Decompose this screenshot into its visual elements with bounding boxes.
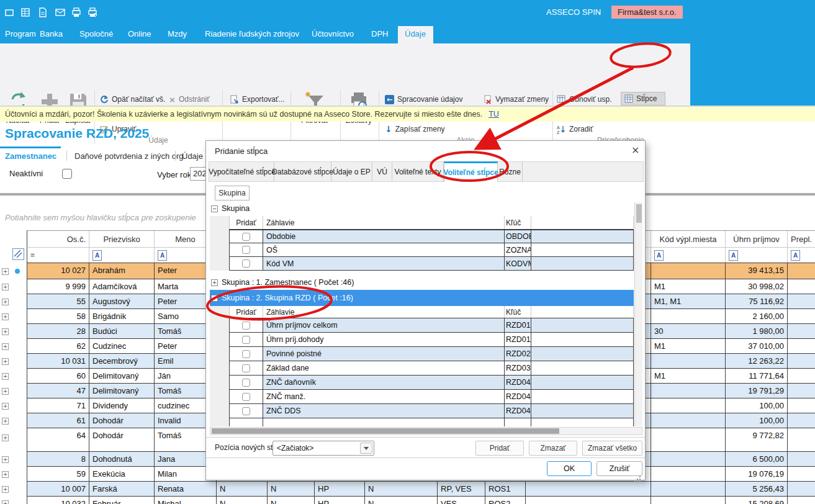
dialog-row[interactable]: Základ daneRZD03: [229, 361, 634, 376]
row-expand-icon[interactable]: +: [2, 284, 9, 290]
row-expand-icon[interactable]: +: [2, 268, 9, 275]
position-select[interactable]: <Začiatok>: [272, 441, 374, 456]
dialog-tab-vypocitatelne[interactable]: Vypočítateľné stĺpce: [210, 162, 274, 181]
zmazat-button[interactable]: Zmazať: [529, 441, 577, 456]
group-by-chip[interactable]: Skupina: [215, 186, 250, 200]
add-checkbox[interactable]: [242, 259, 250, 268]
tab-mzdy[interactable]: Mzdy: [168, 29, 187, 38]
dialog-row[interactable]: ZNČ DDSRZD04C: [229, 404, 634, 418]
add-checkbox[interactable]: [242, 246, 250, 254]
group-header-skupina-rzd-selected[interactable]: − Skupina : 2. Skupina RZD ( Počet :16): [210, 290, 634, 306]
dialog-row[interactable]: ZNČ daňovníkRZD04A: [229, 376, 634, 390]
neaktivni-checkbox[interactable]: [62, 169, 72, 179]
scrollbar-thumb[interactable]: [212, 428, 559, 434]
tab-zamestnanec[interactable]: Zamestnanec: [5, 151, 56, 161]
col-header-kod[interactable]: Kód výpl.miesta: [651, 231, 726, 247]
ok-button[interactable]: OK: [547, 461, 592, 476]
col-header-uhrn[interactable]: Úhrn príjmov: [726, 231, 788, 247]
dialog-tab-databazove[interactable]: Databázové stĺpce: [274, 162, 331, 181]
table-row[interactable]: 10 032FebruárMichalNNHPNVESROS215 208,69: [27, 497, 815, 504]
add-checkbox[interactable]: [242, 407, 250, 415]
group-header-zamestnanec[interactable]: + Skupina : 1. Zamestnanec ( Počet :46): [210, 276, 634, 289]
cancel-button[interactable]: Zrušiť: [597, 461, 642, 476]
add-checkbox[interactable]: [242, 379, 250, 387]
collapse-icon[interactable]: −: [211, 295, 218, 302]
dialog-row[interactable]: Úhrn príjmov celkomRZD01: [229, 318, 634, 333]
header-kluc[interactable]: Kľúč: [505, 216, 531, 229]
close-icon[interactable]: ×: [631, 144, 639, 156]
add-checkbox[interactable]: [242, 336, 250, 344]
window-icon[interactable]: [4, 7, 15, 18]
filter-uhrn[interactable]: A: [726, 248, 788, 263]
row-expand-icon[interactable]: +: [2, 313, 9, 320]
row-expand-icon[interactable]: +: [2, 456, 9, 463]
tab-dph[interactable]: DPH: [371, 29, 388, 38]
excel-export-icon[interactable]: [20, 7, 31, 18]
tab-riadenie[interactable]: Riadenie ľudských zdrojov: [205, 29, 299, 38]
dialog-tab-volitelne-texty[interactable]: Voliteľné texty: [392, 162, 444, 181]
dialog-tab-vu[interactable]: VÚ: [372, 162, 392, 181]
print-icon[interactable]: [71, 7, 82, 18]
filter-osc[interactable]: =: [27, 248, 89, 263]
col-header-osc[interactable]: Os.č.: [27, 231, 89, 247]
add-checkbox[interactable]: [242, 364, 250, 372]
email-icon[interactable]: [55, 7, 66, 17]
filter-kod[interactable]: A: [651, 248, 726, 263]
row-expand-icon[interactable]: +: [2, 418, 9, 425]
header-kluc[interactable]: Kľúč: [505, 306, 531, 318]
tab-banka[interactable]: Banka: [40, 29, 63, 38]
horizontal-scrollbar[interactable]: [210, 427, 642, 435]
print-preview-icon[interactable]: [87, 7, 98, 18]
exportovat-button[interactable]: Exportovať...: [230, 93, 285, 106]
vymazat-zmeny-button[interactable]: Vymazať zmeny: [483, 93, 549, 106]
tab-udaje[interactable]: Údaje: [405, 29, 426, 38]
dialog-row[interactable]: ZNČ manž.RZD04B: [229, 390, 634, 404]
zoradit-button[interactable]: AZ Zoradiť: [557, 123, 593, 135]
row-expand-icon[interactable]: +: [2, 358, 9, 365]
vertical-scrollbar[interactable]: [634, 202, 642, 426]
pridat-column-button[interactable]: Pridať: [475, 441, 524, 456]
expand-icon[interactable]: +: [211, 279, 218, 286]
row-expand-icon[interactable]: +: [2, 388, 9, 395]
add-checkbox[interactable]: [242, 393, 250, 401]
chevron-down-icon[interactable]: [360, 443, 372, 454]
tab-spolocne[interactable]: Spoločné: [79, 29, 113, 38]
resize-grip[interactable]: [639, 476, 641, 477]
dialog-tab-volitelne-stlpce[interactable]: Voliteľné stĺpce: [444, 161, 498, 182]
row-expand-icon[interactable]: +: [2, 299, 9, 305]
header-zahlavie[interactable]: Záhlavie: [263, 216, 505, 229]
col-header-priezvisko[interactable]: Priezvisko: [89, 231, 155, 247]
dialog-row[interactable]: Úhrn príj.dohodyRZD01A: [229, 333, 634, 347]
dialog-tab-rozne[interactable]: Rôzne: [498, 162, 523, 181]
scrollbar-thumb[interactable]: [636, 204, 642, 223]
notification-link-tu[interactable]: TU: [489, 110, 499, 119]
stlpce-button[interactable]: Stĺpce: [621, 92, 665, 106]
row-expand-icon[interactable]: +: [2, 328, 9, 335]
tab-uctovnictvo[interactable]: Účtovníctvo: [312, 29, 354, 38]
dialog-row[interactable]: Kód VMKODVM: [229, 257, 634, 271]
filter-edit-icon[interactable]: [12, 248, 24, 260]
tab-program[interactable]: Program: [5, 29, 36, 38]
row-expand-icon[interactable]: +: [2, 434, 9, 441]
zapisat-zmeny-button[interactable]: ↓ Zapísať zmeny: [385, 123, 445, 135]
row-expand-icon[interactable]: +: [2, 500, 9, 504]
dialog-row[interactable]: Povinné poistnéRZD02: [229, 347, 634, 361]
obnovit-usp-button[interactable]: Obnoviť usp.: [557, 93, 612, 106]
dialog-tab-udaje-ep[interactable]: Údaje o EP: [331, 162, 372, 181]
odstranit-button[interactable]: × Odstrániť: [169, 93, 210, 106]
table-row[interactable]: 10 007FarskáRenataNNHPNRP, VESROS15 256,…: [27, 482, 815, 497]
add-checkbox[interactable]: [242, 322, 250, 330]
add-checkbox[interactable]: [242, 233, 250, 241]
tab-online[interactable]: Online: [128, 29, 151, 38]
collapse-icon[interactable]: −: [211, 205, 218, 212]
spracovanie-udajov-button[interactable]: ← Spracovanie údajov: [385, 93, 462, 106]
col-header-prepl[interactable]: Prepl.: [788, 231, 815, 247]
row-expand-icon[interactable]: +: [2, 343, 9, 350]
dialog-row[interactable]: ObdobieOBDOB: [229, 230, 634, 243]
row-expand-icon[interactable]: +: [2, 403, 9, 410]
group-header-skupina[interactable]: − Skupina: [210, 202, 634, 215]
dialog-row[interactable]: OŠZOZNA: [229, 243, 634, 257]
tab-danove-potvrdenia[interactable]: Daňové potvrdenia z iných org.: [74, 151, 186, 161]
opat-nacitat-button[interactable]: Opäť načítať vš.: [99, 93, 165, 106]
row-expand-icon[interactable]: +: [2, 471, 9, 478]
